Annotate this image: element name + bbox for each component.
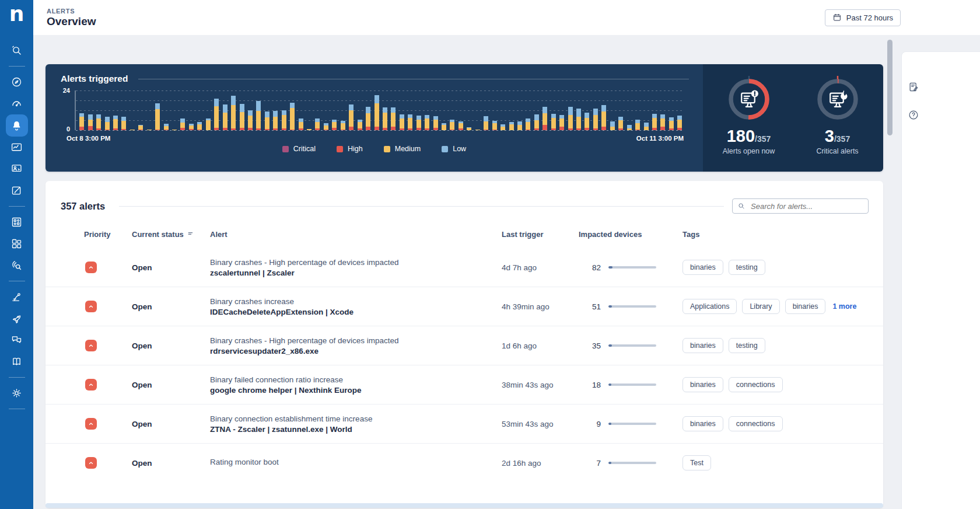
chart-segment-medium — [88, 120, 93, 126]
legend-swatch — [282, 146, 289, 152]
sidebar-item-device-view[interactable] — [0, 137, 33, 158]
chart-segment-medium — [559, 118, 564, 127]
sidebar-item-adoption[interactable] — [0, 308, 33, 329]
nexthink-logo[interactable]: n — [0, 2, 33, 26]
chart-segment-low — [374, 95, 379, 103]
row-alert[interactable]: Rating monitor boot — [210, 458, 502, 468]
bell-icon — [10, 120, 23, 132]
row-alert[interactable]: Binary crashes - High percentage of devi… — [210, 258, 502, 277]
chart-segment-medium — [593, 115, 598, 128]
row-alert[interactable]: Binary crashes increaseIDECacheDeleteApp… — [210, 297, 502, 316]
legend-label: High — [348, 145, 363, 153]
sidebar-item-applications[interactable] — [0, 233, 33, 254]
row-alert[interactable]: Binary connection establishment time inc… — [210, 414, 502, 434]
vertical-scrollbar[interactable] — [887, 40, 892, 135]
table-row[interactable]: OpenBinary crashes - High percentage of … — [46, 248, 883, 287]
tag-pill[interactable]: Applications — [682, 299, 737, 314]
chart-segment-low — [273, 111, 278, 117]
row-last-trigger: 1d 6h ago — [502, 341, 579, 350]
chart-segment-high — [568, 128, 573, 130]
table-row[interactable]: OpenRating monitor boot2d 16h ago7Test — [46, 443, 883, 482]
row-alert[interactable]: Binary crashes - High percentage of devi… — [210, 336, 502, 355]
alert-type: Binary crashes - High percentage of devi… — [210, 336, 502, 345]
sidebar-item-diagnostics[interactable] — [0, 254, 33, 276]
chart-bar — [355, 90, 363, 130]
chart-bar — [187, 90, 195, 130]
more-tags-link[interactable]: 1 more — [832, 302, 856, 311]
chart-segment-medium — [584, 118, 589, 128]
row-tags: binariesconnections — [682, 416, 883, 431]
chart-bar — [583, 90, 591, 130]
chart-bar — [288, 90, 296, 130]
tag-pill[interactable]: binaries — [682, 260, 723, 275]
chart-segment-high — [652, 128, 657, 130]
help-icon — [908, 109, 919, 121]
sidebar-item-engage[interactable] — [0, 329, 33, 351]
impacted-bar — [608, 344, 656, 347]
sidebar-item-documentation[interactable] — [0, 351, 33, 372]
chart-bar — [634, 90, 642, 130]
sidebar-item-investigate[interactable] — [0, 40, 33, 61]
tag-pill[interactable]: connections — [729, 377, 783, 392]
help-button[interactable] — [907, 108, 921, 122]
chart-bar — [237, 90, 246, 130]
sort-icon[interactable] — [187, 231, 195, 238]
tag-pill[interactable]: Test — [682, 455, 711, 470]
chart-segment-medium — [172, 130, 177, 130]
column-priority[interactable]: Priority — [84, 230, 132, 239]
tag-pill[interactable]: testing — [729, 338, 765, 353]
priority-badge — [85, 379, 97, 391]
chart-segment-medium — [231, 105, 236, 128]
chart-segment-low — [576, 109, 581, 117]
chart-bar — [499, 90, 507, 130]
column-impacted-devices[interactable]: Impacted devices — [579, 230, 682, 239]
tag-pill[interactable]: binaries — [682, 377, 723, 392]
table-row[interactable]: OpenBinary crashes increaseIDECacheDelet… — [46, 287, 883, 326]
sidebar-item-dashboards[interactable] — [0, 93, 33, 114]
sidebar-item-settings[interactable] — [0, 382, 33, 404]
sidebar-item-automation[interactable] — [0, 286, 33, 308]
chart-segment-high — [366, 127, 370, 130]
tag-pill[interactable]: binaries — [785, 299, 826, 314]
tag-pill[interactable]: binaries — [682, 416, 723, 431]
column-alert[interactable]: Alert — [210, 230, 502, 239]
tag-pill[interactable]: Library — [742, 299, 779, 314]
table-row[interactable]: OpenBinary failed connection ratio incre… — [46, 365, 883, 404]
chart-segment-high — [155, 130, 160, 130]
chart-segment-medium — [635, 123, 640, 130]
sidebar-item-campaigns[interactable] — [0, 180, 33, 201]
row-alert[interactable]: Binary failed connection ratio increaseg… — [210, 375, 502, 395]
search-input[interactable] — [750, 201, 863, 211]
chart-segment-medium — [475, 130, 480, 130]
column-tags[interactable]: Tags — [682, 230, 883, 239]
column-last-trigger[interactable]: Last trigger — [502, 230, 579, 239]
impacted-bar — [608, 423, 656, 425]
chart-segment-medium — [669, 121, 674, 128]
alerts-triggered-panel: Alerts triggered 24 0 Oct 8 3:00 PM Oct … — [46, 64, 883, 172]
chart-segment-high — [189, 129, 194, 130]
time-range-button[interactable]: Past 72 hours — [825, 9, 901, 26]
table-row[interactable]: OpenBinary connection establishment time… — [46, 404, 883, 443]
chart-segment-high — [551, 128, 556, 130]
chart-segment-low — [366, 107, 370, 113]
alert-target: IDECacheDeleteAppExtension | Xcode — [210, 308, 502, 316]
sidebar-item-workforce[interactable] — [0, 158, 33, 180]
sidebar-item-library[interactable] — [0, 211, 33, 233]
panel-title-rule — [138, 79, 689, 79]
alert-type: Binary crashes increase — [210, 297, 502, 306]
row-tags: binariesconnections — [682, 377, 883, 392]
note-edit-button[interactable] — [907, 80, 921, 94]
page-heading: ALERTS Overview — [47, 8, 96, 28]
tag-pill[interactable]: binaries — [682, 338, 723, 353]
column-current-status[interactable]: Current status — [132, 230, 210, 239]
search-box[interactable] — [732, 198, 869, 214]
chart-segment-low — [551, 114, 556, 118]
tag-pill[interactable]: testing — [729, 260, 765, 275]
table-row[interactable]: OpenBinary crashes - High percentage of … — [46, 326, 883, 365]
tag-pill[interactable]: connections — [729, 416, 783, 431]
horizontal-scrollbar[interactable] — [46, 503, 883, 508]
legend-item-critical: Critical — [282, 145, 316, 153]
content-area: Alerts triggered 24 0 Oct 8 3:00 PM Oct … — [33, 35, 898, 509]
sidebar-item-discover[interactable] — [0, 71, 33, 93]
sidebar-item-alerts[interactable] — [6, 114, 28, 137]
